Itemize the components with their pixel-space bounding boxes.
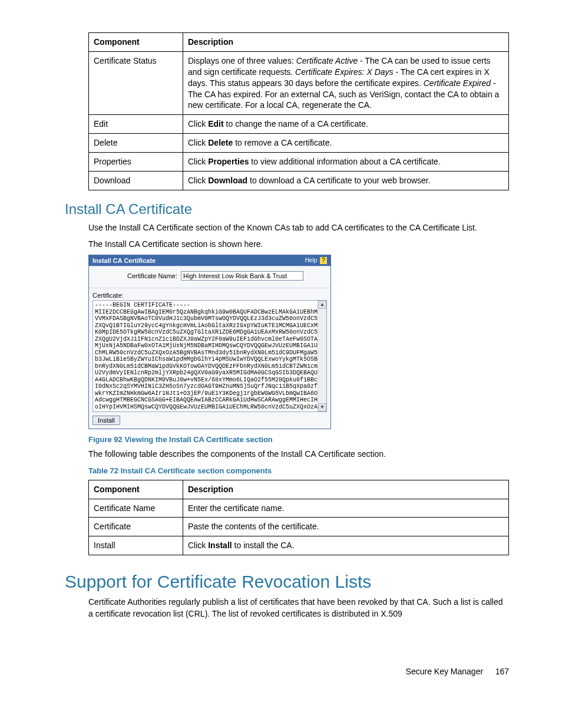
scroll-up-icon[interactable]: ▲ <box>318 301 326 309</box>
help-icon: ? <box>320 257 327 264</box>
table-row: Install Click Install to install the CA. <box>89 536 509 555</box>
paragraph: The following table describes the compon… <box>88 449 509 460</box>
cell-description: Click Download to download a CA certific… <box>183 172 509 190</box>
th-component: Component <box>89 480 183 499</box>
cell-component: Certificate <box>89 518 183 536</box>
certificate-textarea[interactable] <box>93 301 318 411</box>
cell-component: Download <box>89 172 183 190</box>
cell-description: Displays one of three values: Certificat… <box>183 51 509 114</box>
table-caption: Table 72 Install CA Certificate section … <box>88 466 509 475</box>
footer-doc-title: Secure Key Manager <box>406 667 484 676</box>
cell-description: Click Delete to remove a CA certificate. <box>183 134 509 153</box>
section-heading-install-ca: Install CA Certificate <box>65 201 509 218</box>
th-component: Component <box>89 33 183 52</box>
table-row: Properties Click Properties to view addi… <box>89 153 509 172</box>
install-button[interactable]: Install <box>92 416 120 425</box>
cell-component: Certificate Name <box>89 499 183 518</box>
table-install-ca-components: Component Description Certificate Name E… <box>88 480 509 556</box>
scroll-down-icon[interactable]: ▼ <box>318 403 326 411</box>
cell-component: Properties <box>89 153 183 172</box>
certificate-label: Certificate: <box>92 292 327 299</box>
cell-description: Click Install to install the CA. <box>183 536 509 555</box>
help-link[interactable]: Help ? <box>305 257 327 264</box>
table-row: Download Click Download to download a CA… <box>89 172 509 190</box>
paragraph: Use the Install CA Certificate section o… <box>88 222 509 234</box>
table-row: Edit Click Edit to change the name of a … <box>89 115 509 134</box>
figure-caption: Figure 92 Viewing the Install CA Certifi… <box>88 435 509 444</box>
paragraph: Certificate Authorities regularly publis… <box>88 597 509 620</box>
cell-description: Click Edit to change the name of a CA ce… <box>183 115 509 134</box>
divider <box>89 288 330 288</box>
certificate-name-label: Certificate Name: <box>127 272 177 279</box>
install-ca-panel: Install CA Certificate Help ? Certificat… <box>88 255 331 429</box>
cell-description: Paste the contents of the certificate. <box>183 518 509 536</box>
cell-description: Enter the certificate name. <box>183 499 509 518</box>
cell-component: Edit <box>89 115 183 134</box>
certificate-name-input[interactable] <box>181 271 303 281</box>
table-row: Delete Click Delete to remove a CA certi… <box>89 134 509 153</box>
cell-component: Install <box>89 536 183 555</box>
cell-component: Delete <box>89 134 183 153</box>
chapter-heading-crl: Support for Certificate Revocation Lists <box>65 572 509 592</box>
table-row: Certificate Name Enter the certificate n… <box>89 499 509 518</box>
footer-page-number: 167 <box>485 667 509 676</box>
th-description: Description <box>183 33 509 52</box>
panel-title: Install CA Certificate <box>92 257 156 264</box>
paragraph: The Install CA Certificate section is sh… <box>88 239 509 251</box>
page-footer: Secure Key Manager 167 <box>65 667 509 676</box>
cell-description: Click Properties to view additional info… <box>183 153 509 172</box>
panel-header: Install CA Certificate Help ? <box>89 255 330 266</box>
table-row: Certificate Paste the contents of the ce… <box>89 518 509 536</box>
th-description: Description <box>183 480 509 499</box>
cell-component: Certificate Status <box>89 51 183 114</box>
table-row: Certificate Status Displays one of three… <box>89 51 509 114</box>
scrollbar[interactable]: ▲ ▼ <box>318 301 326 411</box>
table-ca-list-components: Component Description Certificate Status… <box>88 32 509 190</box>
